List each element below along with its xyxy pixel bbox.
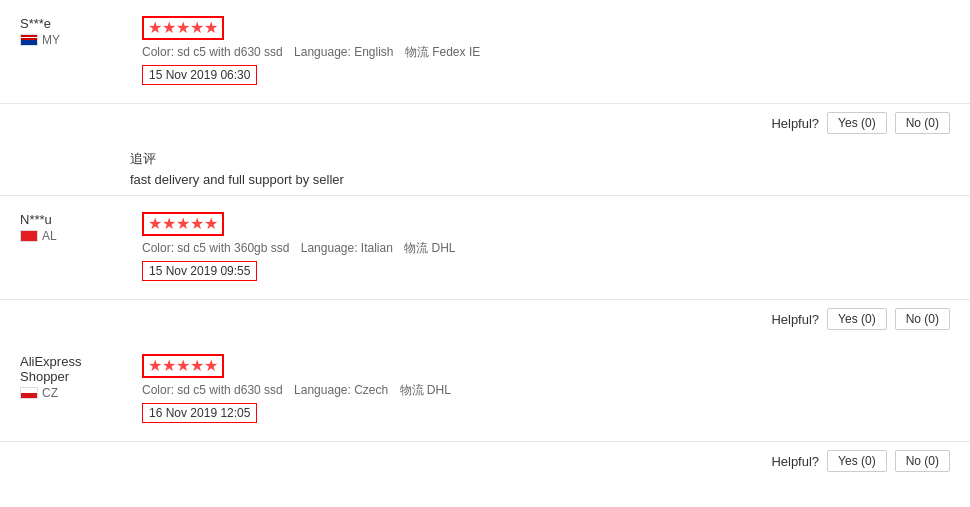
review-header-row: N***u AL ★★★★★ Color: sd c5 with 360gb s… <box>0 196 970 300</box>
review-meta: Color: sd c5 with 360gb ssd Language: It… <box>142 240 950 257</box>
yes-button[interactable]: Yes (0) <box>827 308 887 330</box>
review-date: 15 Nov 2019 06:30 <box>142 65 257 85</box>
language-label: Language: Italian <box>301 241 393 255</box>
helpful-label: Helpful? <box>771 454 819 469</box>
yes-button[interactable]: Yes (0) <box>827 450 887 472</box>
helpful-row: Helpful? Yes (0) No (0) <box>0 442 970 476</box>
followup-text: fast delivery and full support by seller <box>130 172 950 187</box>
stars: ★★★★★ <box>148 20 218 36</box>
helpful-row: Helpful? Yes (0) No (0) <box>0 104 970 138</box>
country-code: MY <box>42 33 60 47</box>
reviewer-country: CZ <box>20 386 130 400</box>
reviewer-info: S***e MY <box>20 16 130 47</box>
followup-section: 追评 fast delivery and full support by sel… <box>0 142 970 196</box>
followup-label: 追评 <box>130 150 950 168</box>
stars: ★★★★★ <box>148 358 218 374</box>
review-header-row: AliExpress Shopper CZ ★★★★★ Color: sd c5… <box>0 338 970 442</box>
stars: ★★★★★ <box>148 216 218 232</box>
reviewer-info: AliExpress Shopper CZ <box>20 354 130 400</box>
flag-icon <box>20 230 38 242</box>
color-label: Color: sd c5 with d630 ssd <box>142 383 283 397</box>
star-rating-box: ★★★★★ <box>142 212 224 236</box>
review-block: N***u AL ★★★★★ Color: sd c5 with 360gb s… <box>0 196 970 334</box>
no-button[interactable]: No (0) <box>895 450 950 472</box>
star-rating-box: ★★★★★ <box>142 354 224 378</box>
review-date: 15 Nov 2019 09:55 <box>142 261 257 281</box>
no-button[interactable]: No (0) <box>895 308 950 330</box>
review-content: ★★★★★ Color: sd c5 with d630 ssd Languag… <box>142 354 950 429</box>
logistics-label: 物流 DHL <box>400 383 451 397</box>
reviewer-name: AliExpress Shopper <box>20 354 130 384</box>
helpful-label: Helpful? <box>771 312 819 327</box>
language-label: Language: English <box>294 45 393 59</box>
review-content: ★★★★★ Color: sd c5 with 360gb ssd Langua… <box>142 212 950 287</box>
flag-icon <box>20 34 38 46</box>
reviewer-name: S***e <box>20 16 130 31</box>
review-block: AliExpress Shopper CZ ★★★★★ Color: sd c5… <box>0 338 970 476</box>
helpful-row: Helpful? Yes (0) No (0) <box>0 300 970 334</box>
no-button[interactable]: No (0) <box>895 112 950 134</box>
reviewer-info: N***u AL <box>20 212 130 243</box>
review-header-row: S***e MY ★★★★★ Color: sd c5 with d630 ss… <box>0 0 970 104</box>
review-meta: Color: sd c5 with d630 ssd Language: Cze… <box>142 382 950 399</box>
review-block: S***e MY ★★★★★ Color: sd c5 with d630 ss… <box>0 0 970 196</box>
language-label: Language: Czech <box>294 383 388 397</box>
reviewer-name: N***u <box>20 212 130 227</box>
reviewer-country: AL <box>20 229 130 243</box>
logistics-label: 物流 Fedex IE <box>405 45 480 59</box>
helpful-label: Helpful? <box>771 116 819 131</box>
yes-button[interactable]: Yes (0) <box>827 112 887 134</box>
flag-icon <box>20 387 38 399</box>
review-date: 16 Nov 2019 12:05 <box>142 403 257 423</box>
color-label: Color: sd c5 with d630 ssd <box>142 45 283 59</box>
country-code: CZ <box>42 386 58 400</box>
color-label: Color: sd c5 with 360gb ssd <box>142 241 289 255</box>
logistics-label: 物流 DHL <box>404 241 455 255</box>
review-content: ★★★★★ Color: sd c5 with d630 ssd Languag… <box>142 16 950 91</box>
country-code: AL <box>42 229 57 243</box>
review-meta: Color: sd c5 with d630 ssd Language: Eng… <box>142 44 950 61</box>
star-rating-box: ★★★★★ <box>142 16 224 40</box>
reviewer-country: MY <box>20 33 130 47</box>
